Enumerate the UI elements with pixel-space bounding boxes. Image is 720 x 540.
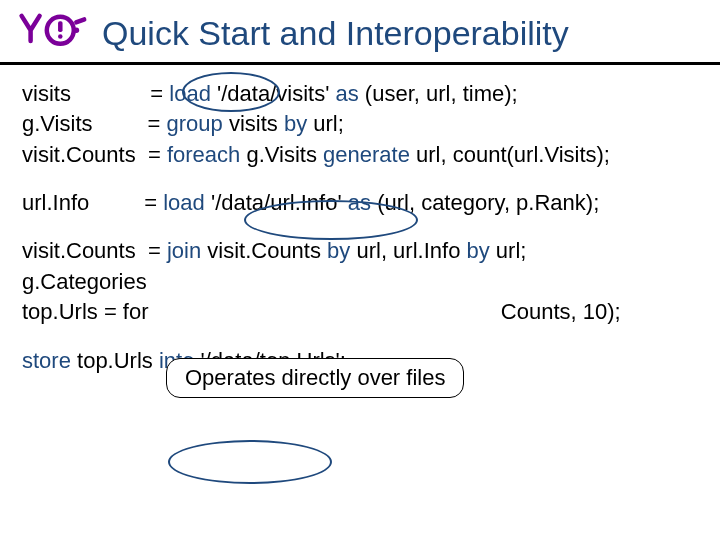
yahoo-logo [18,10,90,56]
svg-rect-3 [74,17,87,26]
callout-box: Operates directly over files [166,358,464,398]
slide-title: Quick Start and Interoperability [102,14,569,53]
oval-annotation-1 [182,72,280,112]
oval-annotation-2 [244,200,418,240]
svg-rect-2 [58,21,63,32]
svg-point-1 [58,34,63,39]
oval-annotation-3 [168,440,332,484]
svg-point-4 [74,28,79,33]
